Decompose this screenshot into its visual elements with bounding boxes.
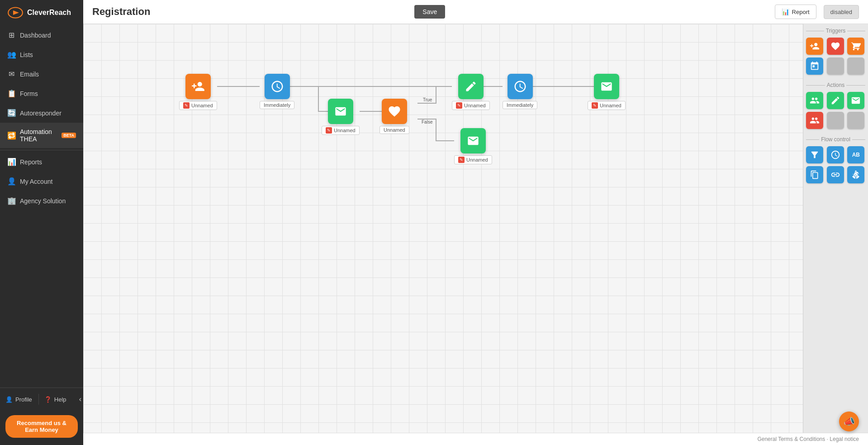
trigger-add-recipient[interactable] (806, 38, 823, 55)
sidebar-item-label: Dashboard (20, 32, 51, 39)
flow-canvas[interactable]: True False ✎ Unnamed Immediately (83, 24, 803, 433)
node-label: Immediately (503, 101, 537, 109)
sidebar-item-my-account[interactable]: 👤 My Account (0, 172, 83, 191)
sidebar-item-label: Reports (20, 158, 42, 166)
action-disabled-1 (827, 112, 844, 129)
node-wait-2[interactable]: Immediately (503, 74, 537, 109)
canvas-area: True False ✎ Unnamed Immediately (83, 24, 868, 433)
report-label: Report (792, 9, 810, 15)
profile-link[interactable]: 👤 Profile (0, 392, 38, 407)
sidebar-item-agency[interactable]: 🏢 Agency Solution (0, 191, 83, 211)
footer: General Terms & Conditions · Legal notic… (83, 433, 868, 445)
sidebar-item-autoresponder[interactable]: 🔄 Autoresponder (0, 103, 83, 123)
flow-wait[interactable] (827, 146, 844, 163)
edit-icon: ✎ (456, 102, 462, 109)
edit-icon: ✎ (592, 102, 598, 109)
automation-icon: 🔁 (7, 131, 15, 140)
logo-icon (7, 6, 24, 19)
node-edit[interactable]: ✎ Unnamed (452, 74, 490, 110)
svg-text:False: False (422, 120, 433, 124)
trigger-date[interactable] (806, 57, 823, 75)
svg-text:True: True (423, 97, 432, 102)
sidebar-item-label: Autoresponder (20, 110, 62, 117)
save-button[interactable]: Save (414, 5, 445, 19)
sidebar-item-emails[interactable]: ✉ Emails (0, 64, 83, 84)
sidebar-item-dashboard[interactable]: ⊞ Dashboard (0, 25, 83, 45)
sidebar-item-label: Forms (20, 90, 38, 97)
flow-anchor[interactable] (847, 166, 864, 183)
trigger-shop[interactable] (847, 38, 864, 55)
emails-icon: ✉ (7, 70, 15, 78)
triggers-title: Triggers (806, 28, 865, 34)
node-box (508, 74, 533, 99)
trigger-disabled-2 (847, 57, 864, 75)
node-box (265, 74, 290, 99)
node-add-recipient[interactable]: ✎ Unnamed (179, 74, 217, 110)
megaphone-fab[interactable]: 📣 (839, 412, 859, 431)
trigger-event[interactable] (827, 38, 844, 55)
profile-icon: 👤 (5, 396, 13, 403)
nav-divider (0, 150, 83, 150)
status-toggle[interactable]: disabled (824, 5, 859, 19)
node-box (328, 99, 353, 124)
flow-filter[interactable] (806, 146, 823, 163)
collapse-button[interactable]: ‹ (77, 392, 83, 407)
node-send-email-1[interactable]: ✎ Unnamed (322, 99, 360, 135)
sidebar-item-forms[interactable]: 📋 Forms (0, 84, 83, 103)
sidebar-item-reports[interactable]: 📊 Reports (0, 152, 83, 172)
sidebar-item-label: Automation THEA (20, 128, 57, 143)
topbar: Registration Save 📊 Report disabled (83, 0, 868, 24)
action-disabled-2 (847, 112, 864, 129)
action-edit[interactable] (827, 92, 844, 109)
lists-icon: 👥 (7, 50, 15, 59)
right-panel: Triggers (803, 24, 868, 433)
trigger-disabled-1 (827, 57, 844, 75)
page-title: Registration (92, 6, 407, 18)
logo-text: CleverReach (27, 9, 71, 17)
sidebar-item-label: Agency Solution (20, 197, 66, 205)
dashboard-icon: ⊞ (7, 31, 15, 39)
report-button[interactable]: 📊 Report (775, 5, 816, 19)
beta-badge: BETA (62, 133, 76, 138)
sidebar: CleverReach ⊞ Dashboard 👥 Lists ✉ Emails… (0, 0, 83, 445)
actions-section: Actions (803, 78, 868, 133)
legal-link[interactable]: Legal notice (830, 436, 859, 442)
autoresponder-icon: 🔄 (7, 109, 15, 117)
sidebar-item-lists[interactable]: 👥 Lists (0, 45, 83, 64)
sidebar-item-label: Lists (20, 51, 33, 58)
triggers-section: Triggers (803, 24, 868, 78)
help-label: Help (54, 396, 66, 403)
sidebar-bottom: 👤 Profile ❓ Help ‹ Recommend us & Earn M… (0, 388, 83, 445)
flow-control-grid: AB (806, 146, 865, 183)
reports-icon: 📊 (7, 158, 15, 166)
action-remove[interactable] (806, 112, 823, 129)
sidebar-item-automation[interactable]: 🔁 Automation THEA BETA (0, 123, 83, 148)
triggers-grid (806, 38, 865, 75)
node-wait-immediately[interactable]: Immediately (260, 74, 294, 109)
node-event[interactable]: Unnamed (379, 99, 409, 134)
report-icon: 📊 (782, 8, 789, 15)
node-box (594, 74, 619, 99)
flow-copy[interactable] (806, 166, 823, 183)
recommend-button[interactable]: Recommend us & Earn Money (5, 415, 78, 438)
terms-link[interactable]: General Terms & Conditions (757, 436, 825, 442)
footer-separator: · (827, 436, 828, 442)
logo: CleverReach (0, 0, 83, 25)
help-link[interactable]: ❓ Help (39, 392, 77, 407)
help-icon: ❓ (44, 396, 52, 403)
action-group[interactable] (806, 92, 823, 109)
node-label: ✎ Unnamed (454, 155, 492, 164)
actions-grid (806, 92, 865, 129)
flow-link[interactable] (827, 166, 844, 183)
node-send-email-3[interactable]: ✎ Unnamed (454, 128, 492, 164)
sidebar-item-label: My Account (20, 178, 52, 185)
main-area: Registration Save 📊 Report disabled (83, 0, 868, 445)
action-send-email[interactable] (847, 92, 864, 109)
flow-control-section: Flow control AB (803, 133, 868, 187)
edit-icon: ✎ (326, 127, 332, 134)
node-send-email-2[interactable]: ✎ Unnamed (588, 74, 626, 110)
sidebar-item-label: Emails (20, 71, 39, 78)
node-box (382, 99, 407, 124)
flow-ab-test[interactable]: AB (847, 146, 864, 163)
node-box (460, 128, 486, 153)
